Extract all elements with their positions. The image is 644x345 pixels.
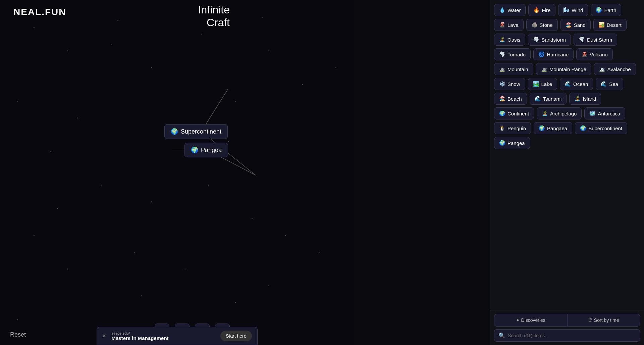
reset-button[interactable]: Reset xyxy=(10,331,26,338)
item-chip-mountain-range[interactable]: ⛰️Mountain Range xyxy=(536,63,591,75)
star xyxy=(235,101,236,102)
item-label: Sandstorm xyxy=(541,37,566,43)
ad-text: esade.edu/ Masters in Management xyxy=(112,331,217,341)
ad-close-button[interactable]: ✕ xyxy=(102,333,106,339)
item-emoji: ⛰️ xyxy=(541,66,547,72)
item-chip-continent[interactable]: 🌍Continent xyxy=(494,107,534,119)
star xyxy=(34,235,35,236)
star xyxy=(17,319,18,320)
star xyxy=(67,50,68,51)
connection-lines xyxy=(0,0,354,345)
item-label: Oasis xyxy=(507,37,520,43)
item-chip-antarctica[interactable]: 🗺️Antarctica xyxy=(584,107,625,119)
item-chip-fire[interactable]: 🔥Fire xyxy=(528,4,555,16)
item-chip-oasis[interactable]: 🏝️Oasis xyxy=(494,34,525,46)
item-emoji: 🌊 xyxy=(601,81,607,87)
item-emoji: 🏞️ xyxy=(533,81,539,87)
item-emoji: 💧 xyxy=(499,7,505,13)
item-chip-pangea[interactable]: 🌍Pangea xyxy=(494,137,530,149)
star xyxy=(117,20,118,21)
item-emoji: 🌊 xyxy=(565,81,571,87)
item-label: Mountain Range xyxy=(549,66,586,72)
item-label: Continent xyxy=(507,111,529,116)
star xyxy=(252,218,253,219)
item-chip-earth[interactable]: 🌍Earth xyxy=(591,4,621,16)
item-chip-pangaea[interactable]: 🌍Pangaea xyxy=(534,122,572,134)
star xyxy=(34,27,35,28)
item-label: Wind xyxy=(572,7,583,13)
star xyxy=(268,50,269,51)
item-emoji: 🏖️ xyxy=(499,96,505,102)
logo: NEAL.FUN xyxy=(13,7,66,17)
item-label: Dust Storm xyxy=(587,37,612,43)
item-label: Water xyxy=(507,7,521,13)
ad-source: esade.edu/ xyxy=(112,331,217,335)
star xyxy=(268,285,269,286)
search-input[interactable] xyxy=(508,333,636,338)
star xyxy=(134,252,135,253)
item-chip-dust-storm[interactable]: 🌪️Dust Storm xyxy=(574,34,617,46)
star xyxy=(201,34,202,35)
item-label: Volcano xyxy=(590,52,607,57)
item-emoji: 🐧 xyxy=(499,125,505,131)
item-emoji: 🌍 xyxy=(499,110,505,116)
item-chip-volcano[interactable]: 🌋Volcano xyxy=(576,48,612,60)
item-chip-sand[interactable]: 🏖️Sand xyxy=(560,19,591,31)
item-emoji: 🌪️ xyxy=(499,51,505,57)
item-chip-snow[interactable]: ❄️Snow xyxy=(494,78,525,90)
ad-banner: ✕ esade.edu/ Masters in Management Start… xyxy=(97,327,258,345)
item-chip-supercontinent[interactable]: 🌍Supercontinent xyxy=(575,122,627,134)
item-emoji: 🌍 xyxy=(580,125,586,131)
item-chip-island[interactable]: 🏝️Island xyxy=(569,93,601,105)
item-chip-mountain[interactable]: ⛰️Mountain xyxy=(494,63,533,75)
item-chip-tsunami[interactable]: 🌊Tsunami xyxy=(530,93,567,105)
item-chip-tornado[interactable]: 🌪️Tornado xyxy=(494,48,531,60)
item-chip-water[interactable]: 💧Water xyxy=(494,4,526,16)
item-emoji: 🪨 xyxy=(531,22,538,28)
node-label: Pangea xyxy=(201,147,222,154)
star xyxy=(208,185,209,186)
item-chip-lake[interactable]: 🏞️Lake xyxy=(528,78,557,90)
item-emoji: ❄️ xyxy=(499,81,505,87)
item-chip-sandstorm[interactable]: 🌪️Sandstorm xyxy=(528,34,571,46)
item-label: Lava xyxy=(507,22,519,28)
item-chip-avalanche[interactable]: 🏔️Avalanche xyxy=(594,63,636,75)
node-label: Supercontinent xyxy=(181,128,221,135)
node-emoji: 🌍 xyxy=(171,128,178,135)
sort-by-time-button[interactable]: ⏱ Sort by time xyxy=(567,314,640,327)
item-label: Supercontinent xyxy=(588,126,622,131)
item-label: Fire xyxy=(542,7,550,13)
star xyxy=(235,302,236,303)
item-chip-desert[interactable]: 🏜️Desert xyxy=(593,19,627,31)
item-chip-archipelago[interactable]: 🏝️Archipelago xyxy=(537,107,582,119)
game-title-line1: Infinite xyxy=(198,3,230,16)
item-emoji: 🌪️ xyxy=(579,37,585,43)
game-title-line2: Craft xyxy=(198,16,230,29)
star xyxy=(228,141,229,142)
item-label: Avalanche xyxy=(607,66,631,72)
star xyxy=(101,185,102,186)
ad-title: Masters in Management xyxy=(112,335,217,341)
item-chip-beach[interactable]: 🏖️Beach xyxy=(494,93,527,105)
item-label: Snow xyxy=(507,81,520,87)
canvas-node-supercontinent[interactable]: 🌍Supercontinent xyxy=(164,124,228,139)
game-title: Infinite Craft xyxy=(198,3,230,29)
items-grid[interactable]: 💧Water🔥Fire🌬️Wind🌍Earth🌋Lava🪨Stone🏖️Sand… xyxy=(490,0,644,310)
star xyxy=(50,151,51,152)
discoveries-button[interactable]: ✦ Discoveries xyxy=(494,314,567,327)
item-emoji: 🌋 xyxy=(581,51,588,57)
item-chip-penguin[interactable]: 🐧Penguin xyxy=(494,122,531,134)
item-emoji: 🌪️ xyxy=(533,37,539,43)
search-icon: 🔍 xyxy=(498,332,505,339)
item-chip-stone[interactable]: 🪨Stone xyxy=(526,19,558,31)
item-emoji: 🌍 xyxy=(596,7,602,13)
item-chip-lava[interactable]: 🌋Lava xyxy=(494,19,524,31)
ad-cta-button[interactable]: Start here xyxy=(220,331,252,341)
item-chip-wind[interactable]: 🌬️Wind xyxy=(558,4,588,16)
item-chip-hurricane[interactable]: 🌀Hurricane xyxy=(533,48,574,60)
canvas-area[interactable]: NEAL.FUN Infinite Craft 🗑️ 🌙 🖌️ 🔊 Reset … xyxy=(0,0,354,345)
canvas-node-pangea[interactable]: 🌍Pangea xyxy=(184,143,228,157)
item-chip-sea[interactable]: 🌊Sea xyxy=(596,78,623,90)
item-chip-ocean[interactable]: 🌊Ocean xyxy=(560,78,593,90)
search-bar: 🔍 xyxy=(494,329,640,342)
